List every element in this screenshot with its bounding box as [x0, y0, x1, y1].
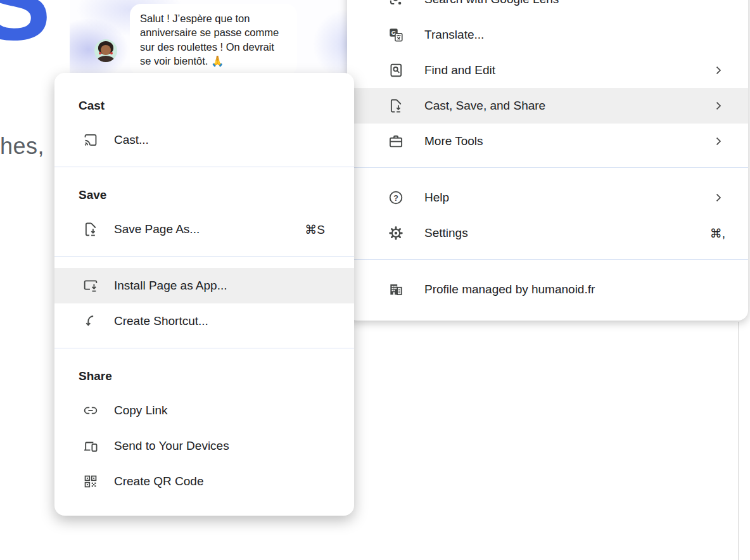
- menu-item-help[interactable]: ? Help: [347, 180, 748, 215]
- submenu-item-save-page-as[interactable]: Save Page As... ⌘S: [54, 212, 354, 247]
- menu-divider: [54, 167, 354, 167]
- devices-icon: [82, 438, 99, 454]
- submenu-item-send-to-your-devices[interactable]: Send to Your Devices: [54, 428, 354, 464]
- menu-item-search-with-google-lens[interactable]: Search with Google Lens: [347, 0, 748, 17]
- install-desktop-icon: [82, 277, 99, 294]
- organization-building-icon: [388, 281, 404, 298]
- menu-item-find-and-edit[interactable]: Find and Edit: [347, 53, 748, 88]
- chat-illustration-panel: Salut ! J’espère que ton anniversaire se…: [70, 0, 355, 76]
- menu-divider: [54, 348, 354, 348]
- submenu-item-create-qr-code[interactable]: Create QR Code: [54, 464, 354, 499]
- submenu-section-header-save: Save: [54, 179, 354, 212]
- page-download-icon: [82, 221, 99, 238]
- submenu-item-create-shortcut[interactable]: Create Shortcut...: [54, 303, 354, 339]
- menu-item-label: Settings: [424, 226, 468, 240]
- menu-divider: [347, 167, 748, 168]
- submenu-item-install-page-as-app[interactable]: Install Page as App...: [54, 268, 354, 303]
- page-download-icon: [388, 98, 404, 114]
- chevron-right-icon: [711, 99, 725, 113]
- chevron-right-icon: [711, 191, 725, 205]
- submenu-item-label: Install Page as App...: [114, 279, 227, 293]
- submenu-item-label: Create Shortcut...: [114, 314, 208, 328]
- submenu-item-shortcut: ⌘S: [305, 222, 325, 237]
- chevron-right-icon: [711, 134, 725, 148]
- chat-bubble-text: Salut ! J’espère que ton anniversaire se…: [140, 13, 279, 67]
- menu-divider: [54, 256, 354, 257]
- submenu-item-label: Send to Your Devices: [114, 439, 229, 453]
- chat-avatar: [94, 39, 117, 62]
- submenu-item-copy-link[interactable]: Copy Link: [54, 393, 354, 428]
- menu-divider: [347, 259, 748, 260]
- submenu-section-header-share: Share: [54, 360, 354, 393]
- more-tools-icon: [388, 133, 404, 150]
- window-edge-line: [738, 322, 739, 560]
- link-icon: [82, 402, 99, 419]
- help-icon: ?: [388, 189, 404, 206]
- menu-item-settings[interactable]: Settings ⌘,: [347, 215, 748, 251]
- menu-item-label: Profile managed by humanoid.fr: [424, 283, 595, 296]
- menu-item-label: Search with Google Lens: [424, 0, 559, 6]
- browser-three-dot-menu: Search with Google Lens G Translate... F…: [347, 0, 748, 321]
- menu-item-more-tools[interactable]: More Tools: [347, 124, 748, 159]
- partial-heading-text: hes,: [0, 133, 44, 160]
- submenu-item-label: Copy Link: [114, 404, 168, 417]
- settings-gear-icon: [388, 225, 404, 241]
- find-and-edit-icon: [388, 62, 404, 79]
- submenu-item-cast[interactable]: Cast...: [54, 122, 354, 158]
- svg-text:?: ?: [393, 194, 398, 203]
- menu-item-label: Help: [424, 191, 449, 205]
- menu-item-cast-save-and-share[interactable]: Cast, Save, and Share: [347, 88, 748, 124]
- cast-icon: [82, 132, 99, 148]
- decorative-blue-letter: S: [0, 0, 51, 57]
- menu-item-label: Translate...: [424, 28, 484, 42]
- menu-item-label: More Tools: [424, 134, 483, 148]
- chevron-right-icon: [711, 63, 725, 77]
- curved-arrow-icon: [82, 313, 99, 329]
- submenu-item-label: Save Page As...: [114, 222, 200, 236]
- cast-save-share-submenu: Cast Cast... Save Save Page As... ⌘S: [54, 73, 354, 516]
- menu-item-shortcut: ⌘,: [710, 226, 725, 241]
- chat-bubble: Salut ! J’espère que ton anniversaire se…: [130, 4, 297, 76]
- menu-item-translate[interactable]: G Translate...: [347, 17, 748, 53]
- menu-item-label: Cast, Save, and Share: [424, 99, 545, 113]
- google-lens-icon: [388, 0, 404, 8]
- submenu-section-header-cast: Cast: [54, 89, 354, 122]
- submenu-item-label: Cast...: [114, 133, 149, 147]
- translate-icon: G: [388, 27, 404, 43]
- qr-code-icon: [82, 473, 99, 490]
- menu-item-profile-managed[interactable]: Profile managed by humanoid.fr: [347, 272, 748, 307]
- menu-item-label: Find and Edit: [424, 63, 495, 77]
- submenu-item-label: Create QR Code: [114, 474, 204, 488]
